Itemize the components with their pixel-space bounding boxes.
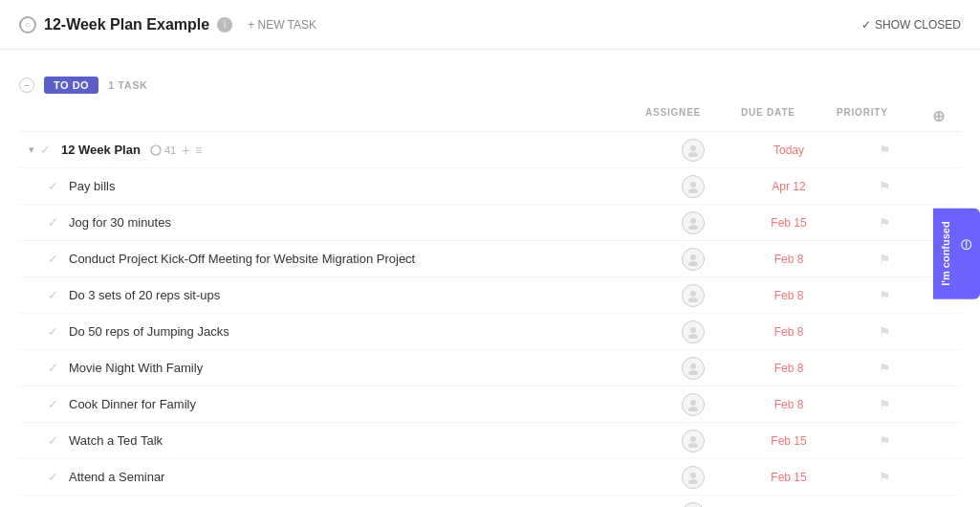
confused-button[interactable]: ⓘ I'm confused [933, 208, 980, 298]
check-icon[interactable]: ✓ [48, 397, 63, 411]
confused-label: I'm confused [940, 221, 951, 285]
task-assignee[interactable] [682, 248, 705, 271]
task-row: ✓ Jog for 30 minutes Feb 15 ⚑ [19, 205, 961, 241]
list-icon[interactable]: ≡ [195, 143, 202, 157]
task-priority: ⚑ [837, 288, 932, 303]
task-assignee[interactable] [682, 175, 705, 198]
task-due-date: Feb 15 [741, 216, 837, 230]
svg-point-1 [690, 145, 696, 151]
show-closed-button[interactable]: ✓ SHOW CLOSED [861, 18, 961, 32]
info-icon[interactable]: i [217, 17, 232, 33]
collapse-button[interactable]: – [19, 77, 34, 93]
expand-arrow-icon[interactable]: ▾ [29, 143, 34, 156]
svg-point-18 [688, 443, 698, 448]
svg-point-3 [690, 182, 696, 187]
task-count: 1 TASK [108, 79, 147, 91]
subtask-count: 41 [164, 144, 176, 156]
svg-point-11 [690, 327, 696, 333]
svg-point-16 [688, 407, 698, 411]
task-name: Conduct Project Kick-Off Meeting for Web… [69, 252, 415, 266]
svg-point-14 [688, 370, 698, 375]
svg-point-0 [151, 145, 161, 155]
task-name-cell: ✓ Pay bills [19, 179, 645, 193]
task-name: Do 3 sets of 20 reps sit-ups [69, 288, 220, 302]
check-symbol: ✓ [861, 18, 871, 32]
svg-point-7 [690, 254, 696, 260]
task-name-cell: ✓ Do 3 sets of 20 reps sit-ups [19, 288, 645, 302]
task-row: ✓ Watch a Ted Talk Feb 15 ⚑ [19, 423, 961, 459]
svg-point-8 [688, 261, 698, 266]
svg-point-17 [690, 436, 696, 442]
task-name: Do 50 reps of Jumping Jacks [69, 324, 229, 339]
parent-task-assignee[interactable] [682, 139, 705, 162]
svg-point-5 [690, 218, 696, 224]
task-name-cell: ✓ Attend a Seminar [19, 470, 645, 484]
parent-task-name-cell: ▾ ✓ 12 Week Plan 41 + ≡ [19, 143, 645, 158]
check-icon[interactable]: ✓ [48, 324, 63, 339]
task-name: Movie Night With Family [69, 361, 203, 375]
main-content: – TO DO 1 TASK ASSIGNEE DUE DATE PRIORIT… [0, 50, 980, 507]
task-row: ✓ Movie Night With Family Feb 8 ⚑ [19, 350, 961, 386]
task-name-cell: ✓ Cook Dinner for Family [19, 397, 645, 411]
check-icon[interactable]: ✓ [48, 288, 63, 302]
task-due-date: Feb 8 [741, 325, 837, 339]
svg-point-19 [690, 473, 696, 478]
task-assignee[interactable] [682, 284, 705, 307]
task-assignee[interactable] [682, 430, 705, 452]
add-column-icon[interactable]: ⊕ [932, 108, 946, 124]
task-name: Attend a Seminar [69, 470, 164, 484]
task-name-column [48, 107, 645, 125]
task-assignee[interactable] [682, 357, 705, 380]
parent-task-meta: 41 + ≡ [150, 143, 202, 158]
check-icon[interactable]: ✓ [48, 470, 63, 484]
check-icon[interactable]: ✓ [48, 179, 63, 193]
subtask-icon: 41 [150, 144, 176, 156]
new-task-button[interactable]: + NEW TASK [240, 14, 324, 35]
task-name-cell: ✓ Conduct Project Kick-Off Meeting for W… [19, 252, 645, 266]
check-icon[interactable]: ✓ [48, 433, 63, 448]
task-assignee[interactable] [682, 502, 705, 508]
task-due-date: Feb 15 [741, 434, 837, 448]
task-priority: ⚑ [837, 361, 932, 376]
header-left: ○ 12-Week Plan Example i + NEW TASK [19, 14, 861, 35]
task-priority: ⚑ [837, 397, 932, 412]
svg-point-6 [688, 225, 698, 230]
check-icon[interactable]: ✓ [48, 361, 63, 375]
section-header: – TO DO 1 TASK [19, 69, 961, 101]
page-title: 12-Week Plan Example [44, 16, 209, 33]
task-name-cell: ✓ Movie Night With Family [19, 361, 645, 375]
task-name: Cook Dinner for Family [69, 397, 196, 411]
task-assignee[interactable] [682, 211, 705, 234]
task-assignee[interactable] [682, 393, 705, 416]
task-list: ✓ Pay bills Apr 12 ⚑ ✓ Jog for 30 minute… [19, 168, 961, 507]
task-priority: ⚑ [837, 179, 932, 194]
task-name-cell: ✓ Jog for 30 minutes [19, 215, 645, 230]
circle-check-icon: ○ [19, 16, 36, 33]
check-icon[interactable]: ✓ [40, 143, 55, 157]
add-subtask-icon[interactable]: + [182, 143, 189, 158]
task-name: Jog for 30 minutes [69, 215, 171, 230]
parent-task-due-date: Today [741, 143, 837, 157]
show-closed-label: SHOW CLOSED [875, 18, 961, 32]
task-due-date: Apr 12 [741, 180, 837, 193]
task-name: Pay bills [69, 179, 115, 193]
task-row: ✓ Do 3 sets of 20 reps sit-ups Feb 8 ⚑ [19, 277, 961, 314]
section-label: TO DO [44, 77, 98, 94]
svg-point-20 [688, 479, 698, 484]
task-priority: ⚑ [837, 324, 932, 340]
task-priority: ⚑ [837, 252, 932, 267]
due-date-column-header: DUE DATE [741, 107, 837, 125]
task-row: ✓ Conduct Project Kick-Off Meeting for W… [19, 241, 961, 277]
task-assignee[interactable] [682, 466, 705, 489]
parent-task-name: 12 Week Plan [61, 143, 141, 157]
task-row: ✓ Cook Dinner for Family Feb 8 ⚑ [19, 386, 961, 423]
task-row: ✓ Read Atomic Habits Book Feb 15 ⚑ [19, 496, 961, 507]
parent-task-priority: ⚑ [837, 143, 932, 158]
add-column-header: ⊕ [932, 107, 961, 125]
svg-point-13 [690, 364, 696, 369]
task-row: ✓ Pay bills Apr 12 ⚑ [19, 168, 961, 205]
svg-point-2 [688, 152, 698, 157]
task-assignee[interactable] [682, 320, 705, 343]
check-icon[interactable]: ✓ [48, 252, 63, 266]
check-icon[interactable]: ✓ [48, 215, 63, 230]
